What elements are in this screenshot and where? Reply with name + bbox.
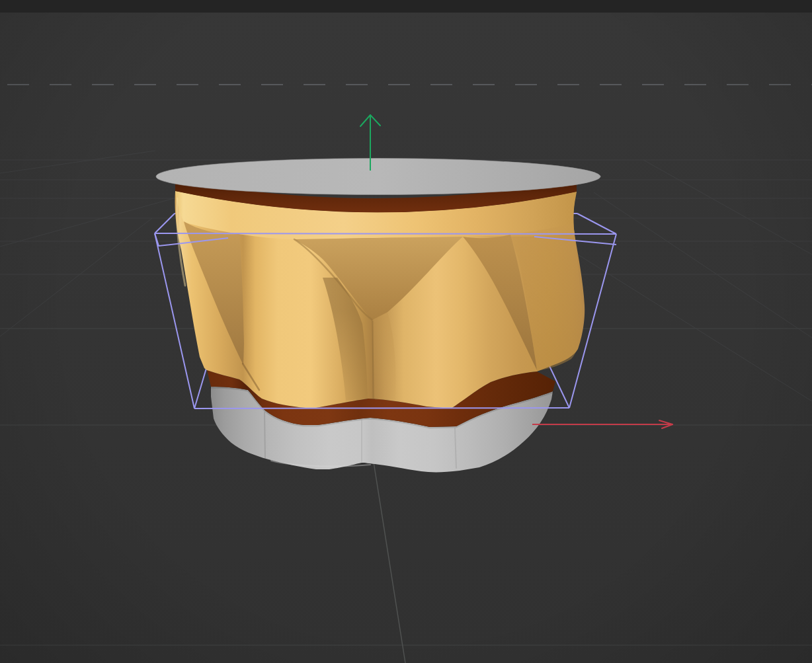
viewport-canvas[interactable] xyxy=(0,0,812,663)
3d-object-cake-mold[interactable] xyxy=(156,159,600,473)
object-lid-disc[interactable] xyxy=(156,159,600,195)
object-base-facet-1[interactable] xyxy=(264,412,265,458)
bounding-box-edge xyxy=(194,408,569,409)
object-crease-center[interactable] xyxy=(373,321,374,398)
viewport-top-bar-strip xyxy=(0,0,812,13)
3d-viewport[interactable] xyxy=(0,0,812,663)
bounding-box-edge xyxy=(155,233,616,234)
